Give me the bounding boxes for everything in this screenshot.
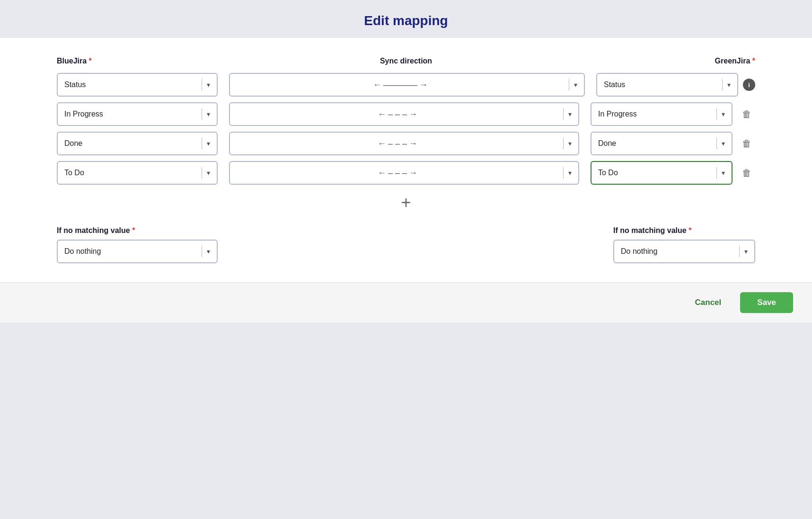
sync-direction-column-header: Sync direction xyxy=(218,57,594,65)
sync-direction-select-0[interactable]: ← – – – → ▾ xyxy=(229,102,579,126)
chevron-down-icon: ▾ xyxy=(207,140,210,147)
add-mapping-button[interactable]: + xyxy=(401,194,411,211)
chevron-down-icon: ▾ xyxy=(568,110,572,118)
no-match-left-select[interactable]: Do nothing ▾ xyxy=(57,240,218,263)
status-field-row: Status ▾ ← ———— → ▾ Status xyxy=(57,73,755,97)
sync-arrow-dashed: ← – – – → xyxy=(237,109,558,119)
divider xyxy=(739,246,740,257)
delete-button-1[interactable]: 🗑 xyxy=(738,136,755,151)
no-match-right-col: If no matching value * Do nothing ▾ xyxy=(613,226,755,263)
divider xyxy=(716,167,717,179)
bluejira-mapping-select-0[interactable]: In Progress ▾ xyxy=(57,102,218,126)
columns-header: BlueJira * Sync direction GreenJira * xyxy=(57,57,755,65)
greenjira-status-wrapper: Status ▾ i xyxy=(596,73,755,97)
main-content: BlueJira * Sync direction GreenJira * St… xyxy=(0,38,812,282)
save-button[interactable]: Save xyxy=(740,292,793,313)
sync-direction-status-select[interactable]: ← ———— → ▾ xyxy=(229,73,585,97)
divider xyxy=(563,108,564,120)
bottom-bar: Cancel Save xyxy=(0,282,812,322)
mapping-row-1: Done ▾ ← – – – → ▾ Done xyxy=(57,132,755,155)
greenjira-mapping-wrapper-2: To Do ▾ 🗑 xyxy=(591,161,755,185)
chevron-down-icon: ▾ xyxy=(568,140,572,147)
sync-direction-select-2[interactable]: ← – – – → ▾ xyxy=(229,161,579,185)
greenjira-mapping-wrapper-1: Done ▾ 🗑 xyxy=(591,132,755,155)
no-match-left-label: If no matching value * xyxy=(57,226,218,235)
chevron-down-icon: ▾ xyxy=(568,169,572,177)
divider xyxy=(202,138,202,149)
divider xyxy=(202,108,202,120)
sync-arrow-dashed: ← – – – → xyxy=(237,168,558,178)
sync-arrow-both: ← ———— → xyxy=(237,80,564,90)
greenjira-mapping-select-1[interactable]: Done ▾ xyxy=(591,132,733,155)
chevron-down-icon: ▾ xyxy=(207,248,210,255)
chevron-down-icon: ▾ xyxy=(574,81,577,89)
cancel-button[interactable]: Cancel xyxy=(686,293,731,312)
add-row-container: + xyxy=(57,194,755,211)
divider xyxy=(202,167,202,179)
greenjira-status-select[interactable]: Status ▾ xyxy=(596,73,738,97)
divider xyxy=(569,79,569,90)
delete-button-0[interactable]: 🗑 xyxy=(738,107,755,122)
dialog-title: Edit mapping xyxy=(0,13,812,28)
divider xyxy=(563,167,564,179)
info-button[interactable]: i xyxy=(743,79,755,91)
sync-direction-select-1[interactable]: ← – – – → ▾ xyxy=(229,132,579,155)
divider xyxy=(716,138,717,149)
mapping-row-2: To Do ▾ ← – – – → ▾ To Do xyxy=(57,161,755,185)
greenjira-mapping-select-0[interactable]: In Progress ▾ xyxy=(591,102,733,126)
no-match-left-col: If no matching value * Do nothing ▾ xyxy=(57,226,218,263)
greenjira-mapping-select-2[interactable]: To Do ▾ xyxy=(591,161,733,185)
chevron-down-icon: ▾ xyxy=(744,248,748,255)
chevron-down-icon: ▾ xyxy=(207,169,210,177)
no-match-section: If no matching value * Do nothing ▾ If n… xyxy=(57,226,755,263)
bluejira-mapping-select-1[interactable]: Done ▾ xyxy=(57,132,218,155)
divider xyxy=(563,138,564,149)
chevron-down-icon: ▾ xyxy=(727,81,731,89)
no-match-right-select[interactable]: Do nothing ▾ xyxy=(613,240,755,263)
chevron-down-icon: ▾ xyxy=(207,81,210,89)
delete-button-2[interactable]: 🗑 xyxy=(738,166,755,180)
greenjira-mapping-wrapper-0: In Progress ▾ 🗑 xyxy=(591,102,755,126)
no-match-right-label: If no matching value * xyxy=(613,226,755,235)
divider xyxy=(202,246,202,257)
chevron-down-icon: ▾ xyxy=(722,110,725,118)
sync-arrow-dashed: ← – – – → xyxy=(237,139,558,149)
bluejira-column-header: BlueJira * xyxy=(57,57,218,65)
bluejira-status-select[interactable]: Status ▾ xyxy=(57,73,218,97)
divider xyxy=(722,79,723,90)
dialog-header: Edit mapping xyxy=(0,0,812,38)
chevron-down-icon: ▾ xyxy=(722,169,725,177)
chevron-down-icon: ▾ xyxy=(722,140,725,147)
divider xyxy=(202,79,202,90)
greenjira-column-header: GreenJira * xyxy=(594,57,755,65)
mapping-row-0: In Progress ▾ ← – – – → ▾ In Progress xyxy=(57,102,755,126)
bluejira-mapping-select-2[interactable]: To Do ▾ xyxy=(57,161,218,185)
chevron-down-icon: ▾ xyxy=(207,110,210,118)
divider xyxy=(716,108,717,120)
